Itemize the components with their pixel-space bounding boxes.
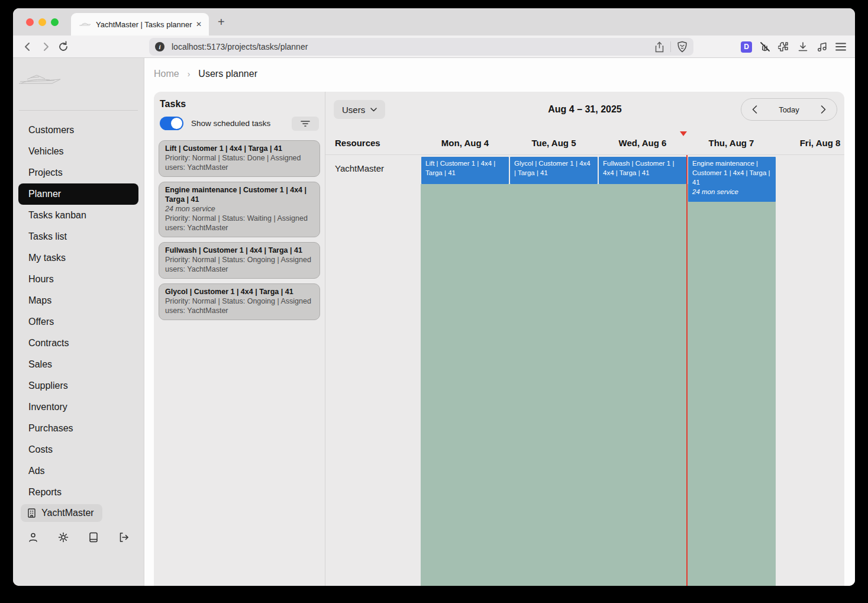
task-title: Fullwash | Customer 1 | 4x4 | Targa | 41 <box>165 246 314 255</box>
sidebar-item-customers[interactable]: Customers <box>13 120 144 141</box>
sidebar-item-offers[interactable]: Offers <box>13 311 144 333</box>
browser-tab[interactable]: YachtMaster | Tasks planner ✕ <box>71 13 209 36</box>
task-card[interactable]: Lift | Customer 1 | 4x4 | Targa | 41 Pri… <box>159 140 320 177</box>
sidebar-footer-icons <box>27 531 130 543</box>
sidebar-item-projects[interactable]: Projects <box>13 162 144 183</box>
sidebar-item-planner[interactable]: Planner <box>18 183 138 205</box>
calendar-event-lift[interactable]: Lift | Customer 1 | 4x4 | Targa | 41 <box>421 157 509 184</box>
calendar-event-glycol[interactable]: Glycol | Customer 1 | 4x4 | Targa | 41 <box>510 157 598 184</box>
task-card-list: Lift | Customer 1 | 4x4 | Targa | 41 Pri… <box>159 140 320 325</box>
settings-gear-icon[interactable] <box>57 531 69 543</box>
task-meta: Priority: Normal | Status: Ongoing | Ass… <box>165 255 314 274</box>
extensions-puzzle-icon[interactable] <box>778 41 790 53</box>
new-tab-button[interactable]: + <box>218 16 225 28</box>
breadcrumb-current: Users planner <box>198 69 257 79</box>
back-icon[interactable] <box>22 41 34 53</box>
share-icon[interactable] <box>654 41 664 53</box>
scheduler-body: YachtMaster Lift | Customer 1 | 4x4 | Ta… <box>325 155 844 586</box>
app-logo <box>13 67 144 90</box>
task-card[interactable]: Engine maintenance | Customer 1 | 4x4 | … <box>159 182 320 237</box>
media-music-icon[interactable] <box>816 41 828 53</box>
zoom-window-button[interactable] <box>51 18 59 26</box>
task-meta: Priority: Normal | Status: Ongoing | Ass… <box>165 296 314 315</box>
breadcrumb: Home › Users planner <box>154 69 257 79</box>
sidebar-item-maps[interactable]: Maps <box>13 290 144 311</box>
task-title: Engine maintenance | Customer 1 | 4x4 | … <box>165 185 314 204</box>
sidebar-item-my-tasks[interactable]: My tasks <box>13 247 144 269</box>
sidebar-item-sales[interactable]: Sales <box>13 354 144 375</box>
disabled-extension-icon[interactable] <box>759 41 771 53</box>
breadcrumb-separator-icon: › <box>188 69 191 79</box>
sidebar-item-hours[interactable]: Hours <box>13 269 144 290</box>
sidebar-item-tasks-kanban[interactable]: Tasks kanban <box>13 205 144 226</box>
event-title: Glycol | Customer 1 | 4x4 | Targa | 41 <box>514 160 591 176</box>
d-extension-icon[interactable]: D <box>741 41 752 53</box>
calendar-event-engine-maintenance[interactable]: Engine maintenance | Customer 1 | 4x4 | … <box>688 157 776 202</box>
event-title: Fullwash | Customer 1 | 4x4 | Targa | 41 <box>603 160 674 176</box>
sidebar-item-contracts[interactable]: Contracts <box>13 333 144 354</box>
calendar-event-fullwash[interactable]: Fullwash | Customer 1 | 4x4 | Targa | 41 <box>599 157 686 184</box>
planner-panel: Tasks Show scheduled tasks Lift | Custom… <box>154 92 844 586</box>
workspace-name: YachtMaster <box>41 508 94 518</box>
sidebar-item-costs[interactable]: Costs <box>13 439 144 460</box>
task-card[interactable]: Fullwash | Customer 1 | 4x4 | Targa | 41… <box>159 242 320 279</box>
browser-window: YachtMaster | Tasks planner ✕ + i localh… <box>13 8 855 586</box>
resource-row-label: YachtMaster <box>335 163 384 173</box>
journal-book-icon[interactable] <box>88 531 99 543</box>
url-bar[interactable]: i localhost:5173/projects/tasks/planner <box>149 38 693 56</box>
scheduler-header-row: Resources Mon, Aug 4 Tue, Aug 5 Wed, Aug… <box>325 131 844 155</box>
workspace-selector[interactable]: YachtMaster <box>21 504 102 522</box>
resources-header: Resources <box>335 138 380 148</box>
task-title: Lift | Customer 1 | 4x4 | Targa | 41 <box>165 144 314 153</box>
menu-hamburger-icon[interactable] <box>835 42 847 51</box>
sidebar-item-purchases[interactable]: Purchases <box>13 418 144 439</box>
logout-icon[interactable] <box>118 531 130 543</box>
reload-icon[interactable] <box>57 41 69 53</box>
tab-bar: YachtMaster | Tasks planner ✕ + <box>13 8 855 36</box>
schedule-availability-block[interactable] <box>421 184 776 586</box>
task-meta: Priority: Normal | Status: Done | Assign… <box>165 153 314 172</box>
tasks-panel: Tasks Show scheduled tasks Lift | Custom… <box>154 92 325 586</box>
next-period-icon[interactable] <box>821 105 826 114</box>
sidebar-divider <box>19 110 138 111</box>
prev-period-icon[interactable] <box>752 105 757 114</box>
task-meta: Priority: Normal | Status: Waiting | Ass… <box>165 214 314 233</box>
site-info-icon[interactable]: i <box>155 42 164 51</box>
sidebar-item-tasks-list[interactable]: Tasks list <box>13 226 144 247</box>
user-profile-icon[interactable] <box>27 531 39 543</box>
day-header-fri: Fri, Aug 8 <box>776 138 844 148</box>
task-title: Glycol | Customer 1 | 4x4 | Targa | 41 <box>165 287 314 296</box>
sidebar-item-reports[interactable]: Reports <box>13 482 144 503</box>
now-marker-icon <box>680 131 687 136</box>
tasks-panel-title: Tasks <box>160 99 186 109</box>
scheduler: Users Aug 4 – 31, 2025 Today Resources M… <box>325 92 844 586</box>
app-content: Customers Vehicles Projects Planner Task… <box>13 58 855 586</box>
today-button[interactable]: Today <box>779 105 799 114</box>
sidebar-item-suppliers[interactable]: Suppliers <box>13 375 144 396</box>
company-building-icon <box>27 508 37 518</box>
minimize-window-button[interactable] <box>38 18 46 26</box>
sidebar-item-vehicles[interactable]: Vehicles <box>13 141 144 162</box>
breadcrumb-home-link[interactable]: Home <box>154 69 179 79</box>
show-scheduled-toggle[interactable] <box>160 117 183 130</box>
close-tab-icon[interactable]: ✕ <box>196 20 202 28</box>
day-header-thu: Thu, Aug 7 <box>687 138 776 148</box>
filter-button[interactable] <box>292 117 319 131</box>
task-card[interactable]: Glycol | Customer 1 | 4x4 | Targa | 41 P… <box>159 283 320 320</box>
browser-toolbar: i localhost:5173/projects/tasks/planner … <box>13 36 855 58</box>
sidebar-item-inventory[interactable]: Inventory <box>13 396 144 418</box>
downloads-icon[interactable] <box>797 41 809 53</box>
filter-icon <box>301 120 310 127</box>
event-note: 24 mon service <box>692 187 772 196</box>
tab-title: YachtMaster | Tasks planner <box>96 20 192 29</box>
toolbar-divider <box>670 41 671 52</box>
show-scheduled-label: Show scheduled tasks <box>191 119 270 128</box>
brave-shield-icon[interactable] <box>677 41 688 53</box>
close-window-button[interactable] <box>26 18 34 26</box>
event-title: Lift | Customer 1 | 4x4 | Targa | 41 <box>425 160 495 176</box>
day-header-mon: Mon, Aug 4 <box>421 138 509 148</box>
sidebar-item-ads[interactable]: Ads <box>13 460 144 482</box>
app-sidebar: Customers Vehicles Projects Planner Task… <box>13 58 144 586</box>
forward-icon[interactable] <box>40 41 51 53</box>
task-note: 24 mon service <box>165 204 314 214</box>
